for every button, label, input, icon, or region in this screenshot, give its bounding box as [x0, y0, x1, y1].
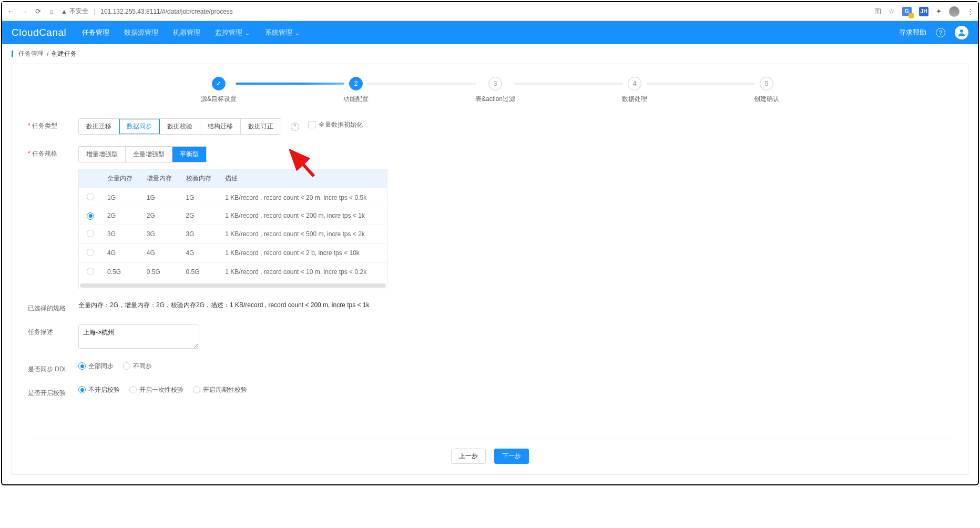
- nav-item-2[interactable]: 机器管理: [173, 28, 200, 37]
- main-panel: ✓源&目标设置2功能配置3表&action过滤4数据处理5创建确认 *任务类型 …: [12, 64, 968, 475]
- chevron-down-icon: ⌄: [244, 29, 250, 37]
- verify-radios-option-1[interactable]: 开启一次性校验: [129, 385, 183, 394]
- task-type-option-3[interactable]: 结构迁移: [200, 119, 241, 134]
- cell-desc: 1 KB/record , record count < 20 m, incre…: [220, 188, 387, 207]
- cell-chk: 4G: [181, 243, 220, 262]
- user-avatar[interactable]: [955, 26, 968, 39]
- verify-radios-option-0[interactable]: 不开启校验: [78, 385, 120, 394]
- radio-label: 不开启校验: [88, 385, 120, 394]
- nav-item-3[interactable]: 监控管理⌄: [215, 28, 250, 37]
- menu-icon[interactable]: ⋮: [967, 7, 974, 15]
- cell-chk: 3G: [181, 225, 220, 243]
- cell-incr: 1G: [141, 188, 181, 207]
- help-icon[interactable]: ?: [936, 28, 945, 37]
- table-row[interactable]: 4G4G4G1 KB/record , record count < 2 b, …: [79, 243, 387, 262]
- step-4: 5创建确认: [754, 77, 779, 104]
- address-url[interactable]: 101.132.255.43:8111/#/data/job/create/pr…: [100, 8, 233, 15]
- step-indicator: ✓源&目标设置2功能配置3表&action过滤4数据处理5创建确认: [201, 77, 779, 104]
- radio-label: 开启周期性校验: [203, 385, 247, 394]
- table-header: 全量内存: [102, 169, 141, 188]
- reload-icon[interactable]: ⟳: [34, 7, 42, 16]
- browser-chrome: ← → ⟳ ⌂ ▲ 不安全 | 101.132.255.43:8111/#/da…: [2, 2, 978, 21]
- task-type-option-4[interactable]: 数据订正: [241, 119, 281, 134]
- step-line: [236, 83, 344, 85]
- ddl-radios-option-0[interactable]: 全部同步: [78, 362, 114, 371]
- radio-label: 不同步: [133, 362, 152, 371]
- radio-icon: [193, 386, 200, 393]
- radio-icon[interactable]: [87, 249, 94, 256]
- cell-full: 0.5G: [102, 262, 141, 281]
- table-row[interactable]: 1G1G1G1 KB/record , record count < 20 m,…: [79, 188, 387, 207]
- insecure-badge: ▲ 不安全: [61, 7, 88, 16]
- table-header: 校验内存: [181, 169, 220, 188]
- table-row[interactable]: 0.5G0.5G0.5G1 KB/record , record count <…: [79, 262, 387, 281]
- radio-icon[interactable]: [87, 212, 94, 220]
- accent-bar: [12, 50, 13, 57]
- extensions-icon[interactable]: ✦: [936, 7, 942, 15]
- init-full-data-label: 全量数据初始化: [319, 120, 363, 129]
- scrollbar[interactable]: [80, 283, 386, 288]
- radio-icon[interactable]: [87, 268, 94, 275]
- task-type-option-1[interactable]: 数据同步: [119, 119, 160, 134]
- next-button[interactable]: 下一步: [494, 449, 529, 464]
- help-icon[interactable]: ?: [291, 123, 299, 131]
- translate-icon[interactable]: G: [902, 7, 912, 16]
- cell-chk: 0.5G: [181, 262, 220, 281]
- table-row[interactable]: 3G3G3G1 KB/record , record count < 500 m…: [79, 225, 387, 243]
- home-icon[interactable]: ⌂: [47, 7, 56, 16]
- cell-desc: 1 KB/record , record count < 2 b, incre …: [220, 243, 387, 262]
- table-row[interactable]: 2G2G2G1 KB/record , record count < 200 m…: [79, 207, 387, 225]
- extension-icon[interactable]: JH: [919, 7, 928, 16]
- enable-verify-label: 是否开启校验: [28, 389, 66, 397]
- task-spec-option-0[interactable]: 增量增强型: [79, 147, 126, 162]
- radio-icon: [129, 386, 137, 393]
- logo: CloudCanal: [12, 27, 66, 38]
- breadcrumb: 任务管理 / 创建任务: [2, 44, 978, 64]
- step-label: 表&action过滤: [475, 95, 515, 104]
- profile-avatar[interactable]: [949, 6, 959, 17]
- step-line: [646, 83, 755, 85]
- cell-chk: 2G: [181, 207, 220, 225]
- step-0: ✓源&目标设置: [201, 77, 237, 104]
- verify-radios-option-2[interactable]: 开启周期性校验: [193, 385, 247, 394]
- ddl-radios-option-1[interactable]: 不同步: [123, 362, 152, 371]
- task-type-option-0[interactable]: 数据迁移: [79, 119, 119, 134]
- step-circle: 2: [349, 77, 363, 90]
- radio-icon[interactable]: [87, 230, 94, 237]
- task-desc-input[interactable]: 上海->杭州: [78, 324, 199, 349]
- radio-icon[interactable]: [87, 193, 94, 200]
- radio-icon: [78, 386, 86, 393]
- radio-icon: [123, 362, 130, 370]
- task-spec-option-1[interactable]: 全量增强型: [126, 147, 172, 162]
- init-full-data-checkbox[interactable]: 全量数据初始化: [308, 120, 363, 129]
- key-icon[interactable]: ⚿: [874, 7, 881, 15]
- cell-desc: 1 KB/record , record count < 200 m, incr…: [220, 207, 387, 225]
- cell-full: 4G: [102, 243, 141, 262]
- cell-desc: 1 KB/record , record count < 10 m, incre…: [220, 262, 387, 281]
- step-label: 源&目标设置: [201, 95, 237, 104]
- nav-item-1[interactable]: 数据源管理: [124, 28, 158, 37]
- task-spec-segment: 增量增强型全量增强型平衡型: [78, 146, 207, 163]
- cell-incr: 2G: [141, 207, 181, 225]
- step-label: 功能配置: [343, 95, 369, 104]
- crumb-root[interactable]: 任务管理: [18, 49, 44, 58]
- cell-incr: 0.5G: [141, 262, 181, 281]
- task-spec-option-2[interactable]: 平衡型: [172, 147, 206, 162]
- nav-item-4[interactable]: 系统管理⌄: [265, 28, 300, 37]
- task-type-option-2[interactable]: 数据校验: [160, 119, 200, 134]
- prev-button[interactable]: 上一步: [451, 449, 486, 464]
- task-type-segment: 数据迁移数据同步数据校验结构迁移数据订正: [78, 118, 281, 135]
- help-link[interactable]: 寻求帮助: [899, 28, 926, 37]
- step-line: [514, 83, 623, 85]
- nav-item-0[interactable]: 任务管理: [82, 28, 109, 37]
- insecure-label: 不安全: [69, 7, 88, 16]
- selected-spec-value: 全量内存：2G，增量内存：2G，校验内存2G，描述：1 KB/record , …: [78, 301, 370, 309]
- checkbox-icon: [308, 121, 315, 128]
- table-header: 增量内存: [141, 169, 181, 188]
- step-circle: 4: [628, 77, 641, 90]
- back-icon[interactable]: ←: [6, 7, 15, 16]
- cell-full: 1G: [102, 188, 141, 207]
- table-header: [79, 169, 102, 188]
- star-icon[interactable]: ☆: [889, 7, 895, 15]
- forward-icon[interactable]: →: [20, 7, 28, 16]
